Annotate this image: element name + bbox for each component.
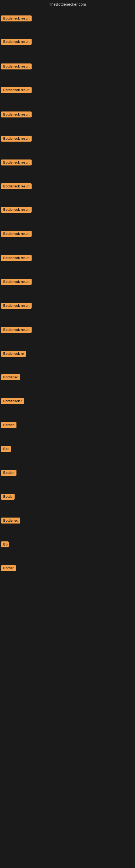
bottleneck-badge-5: Bottleneck result bbox=[1, 112, 32, 118]
bottleneck-badge-24: Bottler bbox=[1, 565, 16, 571]
bottleneck-badge-7: Bottleneck result bbox=[1, 159, 32, 165]
bottleneck-badge-3: Bottleneck result bbox=[1, 63, 32, 69]
bottleneck-badge-10: Bottleneck result bbox=[1, 231, 32, 237]
bottleneck-badge-21: Bottle bbox=[1, 494, 14, 500]
bottleneck-badge-11: Bottleneck result bbox=[1, 255, 32, 261]
bottleneck-badge-15: Bottleneck re bbox=[1, 351, 26, 357]
bottleneck-badge-23: Bo bbox=[1, 541, 9, 547]
bottleneck-badge-14: Bottleneck result bbox=[1, 327, 32, 333]
bottleneck-badge-17: Bottleneck r bbox=[1, 398, 24, 404]
bottleneck-badge-9: Bottleneck result bbox=[1, 207, 32, 213]
bottleneck-badge-13: Bottleneck result bbox=[1, 303, 32, 309]
bottleneck-badge-18: Bottlen bbox=[1, 422, 16, 428]
bottleneck-badge-19: Bot bbox=[1, 446, 11, 452]
page-container: TheBottlenecker.com Bottleneck resultBot… bbox=[0, 0, 135, 868]
bottleneck-badge-4: Bottleneck result bbox=[1, 87, 32, 93]
bottleneck-badge-12: Bottleneck result bbox=[1, 279, 32, 285]
bottleneck-badge-1: Bottleneck result bbox=[1, 16, 32, 22]
site-title: TheBottlenecker.com bbox=[0, 0, 135, 9]
bottleneck-badge-20: Bottlen bbox=[1, 470, 16, 476]
bottleneck-badge-22: Bottlenec bbox=[1, 518, 20, 524]
bottleneck-badge-6: Bottleneck result bbox=[1, 135, 32, 142]
bottleneck-badge-16: Bottlenec bbox=[1, 374, 20, 380]
bottleneck-badge-2: Bottleneck result bbox=[1, 39, 32, 45]
bottleneck-badge-8: Bottleneck result bbox=[1, 183, 32, 189]
